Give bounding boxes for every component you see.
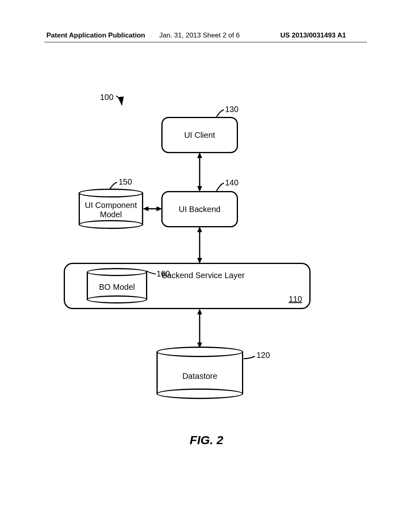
figure-caption: FIG. 2 (0, 433, 413, 447)
diagram-canvas: 100 UI Client 130 UI Backend 140 UI Comp… (0, 0, 413, 532)
leader-120 (0, 0, 413, 532)
